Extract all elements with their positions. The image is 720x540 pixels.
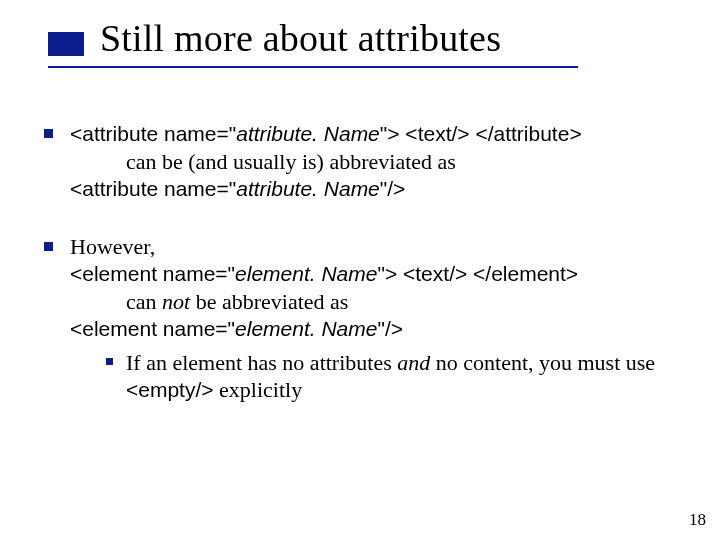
title-block: Still more about attributes: [100, 16, 501, 60]
body-content: <attribute name="attribute. Name"> <text…: [40, 120, 690, 434]
code-elem-long: <element name="element. Name"> <text/> <…: [70, 262, 578, 285]
page-number: 18: [689, 510, 706, 530]
bullet-1-note: can be (and usually is) abbreviated as: [70, 148, 456, 176]
bullet-2: However, <element name="element. Name"> …: [40, 233, 690, 404]
bullet-2-sub: If an element has no attributes and no c…: [70, 349, 690, 404]
accent-box: [48, 32, 84, 56]
slide: Still more about attributes <attribute n…: [0, 0, 720, 540]
bullet-2-note: can not be abbreviated as: [70, 288, 348, 316]
code-empty: <empty/>: [126, 378, 214, 401]
code-attr-long: <attribute name="attribute. Name"> <text…: [70, 122, 582, 145]
code-elem-short: <element name="element. Name"/>: [70, 317, 403, 340]
title-underline: [48, 66, 578, 68]
code-attr-short: <attribute name="attribute. Name"/>: [70, 177, 405, 200]
slide-title: Still more about attributes: [100, 16, 501, 60]
bullet-2-lead: However,: [70, 234, 155, 259]
bullet-1: <attribute name="attribute. Name"> <text…: [40, 120, 690, 203]
